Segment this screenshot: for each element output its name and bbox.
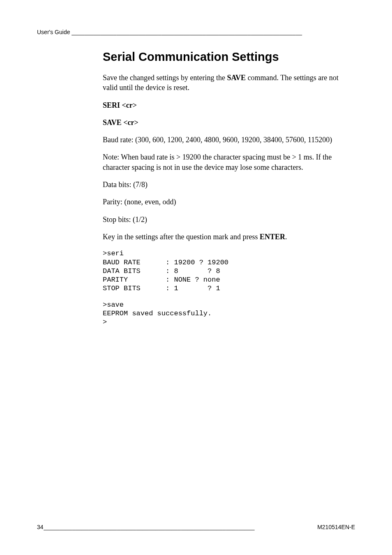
seri-command-line: SERI <cr> xyxy=(103,100,355,110)
terminal-output-seri: >seri BAUD RATE : 19200 ? 19200 DATA BIT… xyxy=(103,249,355,293)
save-command-line: SAVE <cr> xyxy=(103,118,355,127)
document-id: M210514EN-E xyxy=(317,524,355,530)
header-label: User's Guide xyxy=(37,29,70,35)
footer-rule: ________________________________________… xyxy=(44,524,318,530)
terminal-output-save: >save EEPROM saved successfully. > xyxy=(103,301,355,327)
page-footer: 34 _____________________________________… xyxy=(37,524,355,530)
keyin-pre: Key in the settings after the question m… xyxy=(103,233,260,241)
page-number: 34 xyxy=(37,524,44,530)
baud-rate-note: Note: When baud rate is > 19200 the char… xyxy=(103,152,355,172)
parity-options: Parity: (none, even, odd) xyxy=(103,197,355,207)
intro-command: SAVE xyxy=(227,74,246,82)
keyin-post: . xyxy=(285,233,287,241)
intro-paragraph: Save the changed settings by entering th… xyxy=(103,73,355,93)
baud-rate-options: Baud rate: (300, 600, 1200, 2400, 4800, … xyxy=(103,135,355,145)
data-bits-options: Data bits: (7/8) xyxy=(103,180,355,190)
header-rule: ________________________________________… xyxy=(70,29,302,35)
main-content: Serial Communication Settings Save the c… xyxy=(103,50,355,326)
keyin-instruction: Key in the settings after the question m… xyxy=(103,232,355,242)
section-title: Serial Communication Settings xyxy=(103,50,355,64)
keyin-command: ENTER xyxy=(260,233,285,241)
intro-pre: Save the changed settings by entering th… xyxy=(103,74,227,82)
running-header: User's Guide ___________________________… xyxy=(37,29,355,35)
stop-bits-options: Stop bits: (1/2) xyxy=(103,215,355,224)
